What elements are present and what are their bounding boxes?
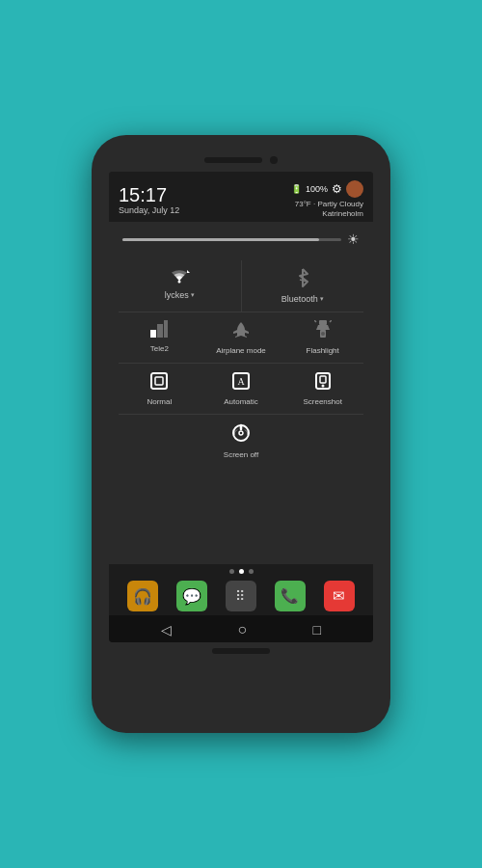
dock-page-dots <box>109 564 373 577</box>
svg-rect-12 <box>151 373 167 389</box>
tile-tele2[interactable]: Tele2 <box>119 312 201 363</box>
weather-condition: 73°F · Partly Cloudy <box>291 200 363 209</box>
screenshot-icon <box>314 371 332 393</box>
settings-icon[interactable]: ⚙ <box>332 182 342 196</box>
tile-screen-off[interactable]: Screen off <box>201 415 281 467</box>
phone-icon: 📞 <box>281 587 299 605</box>
airplane-icon <box>231 320 251 342</box>
speaker-grille <box>204 157 262 163</box>
tile-screenshot[interactable]: Screenshot <box>281 364 363 414</box>
dialpad-icon: ⠿ <box>235 588 246 604</box>
tile-row-3: Normal A Automatic <box>119 364 363 415</box>
wifi-dropdown-arrow: ▾ <box>191 291 195 299</box>
tile-row-wifi-bt: lyckes ▾ Bluetooth ▾ <box>119 260 363 312</box>
status-time: 15:17 Sunday, July 12 <box>119 184 179 215</box>
recents-button[interactable]: □ <box>312 622 320 637</box>
screenshot-label: Screenshot <box>303 397 341 406</box>
status-right: 🔋 100% ⚙ 73°F · Partly Cloudy Katrinehol… <box>291 180 363 220</box>
svg-point-0 <box>178 281 181 284</box>
weather-info: 73°F · Partly Cloudy Katrineholm <box>291 200 363 220</box>
tile-wifi[interactable]: lyckes ▾ <box>119 260 242 312</box>
bluetooth-label: Bluetooth ▾ <box>281 294 324 304</box>
phone-bottom-bar <box>212 648 270 654</box>
navigation-bar: ◁ ○ □ <box>109 615 373 642</box>
camera-dot <box>270 156 278 164</box>
dock-app-hangouts[interactable]: 💬 <box>176 581 207 611</box>
status-bar: 15:17 Sunday, July 12 🔋 100% ⚙ 73°F · Pa… <box>109 172 373 222</box>
svg-marker-3 <box>150 330 156 338</box>
tile-airplane[interactable]: Airplane mode <box>201 312 282 363</box>
svg-marker-7 <box>316 325 330 330</box>
battery-percent: 100% <box>306 184 328 194</box>
flashlight-icon <box>314 320 332 342</box>
dock-row: 🎧 💬 ⠿ 📞 ✉ <box>109 577 373 615</box>
svg-point-20 <box>239 431 243 435</box>
back-button[interactable]: ◁ <box>161 622 172 637</box>
bottom-grille <box>212 648 270 654</box>
battery-indicator: 🔋 <box>291 184 302 194</box>
wifi-label: lyckes ▾ <box>165 290 195 300</box>
svg-point-9 <box>321 332 325 336</box>
svg-marker-5 <box>164 320 168 338</box>
dock-app-phone[interactable]: 📞 <box>275 581 306 611</box>
tele2-label: Tele2 <box>150 344 169 353</box>
automatic-label: Automatic <box>224 397 258 406</box>
bt-dropdown-arrow: ▾ <box>320 295 324 303</box>
headphones-icon: 🎧 <box>133 587 152 606</box>
normal-icon <box>149 371 169 393</box>
home-button[interactable]: ○ <box>237 621 247 638</box>
screenoff-label: Screen off <box>224 450 258 459</box>
svg-rect-13 <box>155 377 163 385</box>
avatar[interactable] <box>346 180 363 198</box>
svg-marker-1 <box>187 270 190 273</box>
tile-bluetooth[interactable]: Bluetooth ▾ <box>242 260 364 312</box>
brightness-control[interactable]: ☀ <box>109 222 373 257</box>
tile-automatic[interactable]: A Automatic <box>201 364 282 414</box>
tile-row-2: Tele2 Airplane mode <box>119 312 363 364</box>
tile-row-4: Screen off <box>119 415 363 467</box>
brightness-track[interactable] <box>122 238 341 241</box>
flashlight-label: Flashlight <box>307 346 339 355</box>
automatic-icon: A <box>231 371 251 393</box>
screen: 15:17 Sunday, July 12 🔋 100% ⚙ 73°F · Pa… <box>109 172 373 642</box>
gmail-icon: ✉ <box>333 587 345 605</box>
status-icons: 🔋 100% ⚙ <box>291 180 363 198</box>
phone-device: 15:17 Sunday, July 12 🔋 100% ⚙ 73°F · Pa… <box>92 135 390 733</box>
svg-line-10 <box>314 320 316 322</box>
brightness-sun-icon: ☀ <box>347 231 360 247</box>
wifi-icon <box>169 268 190 286</box>
hangouts-icon: 💬 <box>182 587 201 606</box>
phone-top-bar <box>99 152 383 168</box>
svg-rect-18 <box>320 376 326 383</box>
clock: 15:17 <box>119 184 179 205</box>
weather-location: Katrineholm <box>291 209 363 219</box>
svg-rect-6 <box>319 320 327 325</box>
tile-normal[interactable]: Normal <box>119 364 201 414</box>
svg-text:A: A <box>237 376 245 387</box>
bluetooth-icon <box>296 268 309 290</box>
brightness-fill <box>122 238 319 241</box>
dot-1 <box>239 569 244 574</box>
airplane-label: Airplane mode <box>216 346 266 355</box>
dot-0 <box>229 569 234 574</box>
svg-marker-4 <box>157 324 163 338</box>
dock-app-headphones[interactable]: 🎧 <box>127 581 158 611</box>
dot-2 <box>249 569 254 574</box>
quick-settings-panel: lyckes ▾ Bluetooth ▾ <box>109 257 373 564</box>
signal-icon <box>150 320 168 340</box>
svg-line-11 <box>330 320 332 322</box>
tile-flashlight[interactable]: Flashlight <box>281 312 363 363</box>
date: Sunday, July 12 <box>119 205 179 215</box>
svg-point-17 <box>321 385 324 388</box>
dock-app-dialpad[interactable]: ⠿ <box>226 581 256 611</box>
normal-label: Normal <box>147 397 172 406</box>
screenoff-icon <box>230 422 252 447</box>
dock-app-gmail[interactable]: ✉ <box>324 581 355 611</box>
